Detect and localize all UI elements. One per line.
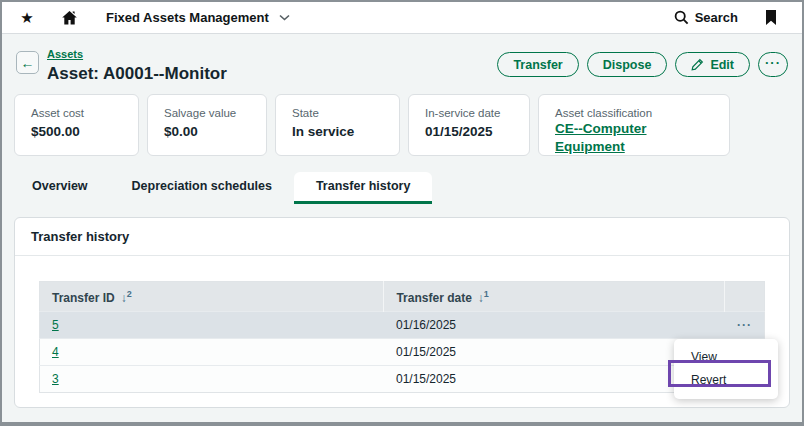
chevron-down-icon <box>279 14 290 21</box>
bookmark-button[interactable] <box>756 3 786 33</box>
app-switcher[interactable]: Fixed Assets Management <box>106 10 290 25</box>
dispose-button[interactable]: Dispose <box>587 52 668 77</box>
card-label: Salvage value <box>164 107 250 119</box>
tab-depreciation-schedules[interactable]: Depreciation schedules <box>110 172 294 204</box>
app-title: Fixed Assets Management <box>106 10 269 25</box>
top-bar: ★ Fixed Assets Management Search <box>2 2 802 34</box>
menu-item-revert[interactable]: Revert <box>674 369 778 392</box>
tab-overview[interactable]: Overview <box>10 172 110 204</box>
record-header: ← Assets Asset: A0001--Monitor Transfer … <box>2 34 802 90</box>
breadcrumb-assets-link[interactable]: Assets <box>47 48 83 60</box>
card-in-service-date: In-service date 01/15/2025 <box>408 94 530 156</box>
column-header-transfer-id[interactable]: Transfer ID↓2 <box>40 282 384 312</box>
favorites-button[interactable]: ★ <box>12 3 42 33</box>
sort-indicator: ↓1 <box>478 291 489 305</box>
card-asset-classification: Asset classification CE--Computer Equipm… <box>538 94 730 156</box>
row-actions-button[interactable]: ··· <box>737 318 752 332</box>
column-label: Transfer date <box>396 291 471 305</box>
table-row[interactable]: 4 01/15/2025 <box>40 339 765 366</box>
row-context-menu: View Revert <box>674 339 778 399</box>
app-window: ★ Fixed Assets Management Search <box>0 0 804 426</box>
table-header-row: Transfer ID↓2 Transfer date↓1 <box>40 282 765 312</box>
card-value: In service <box>292 124 383 139</box>
card-label: State <box>292 107 383 119</box>
bookmark-icon <box>765 10 777 25</box>
back-button[interactable]: ← <box>16 51 39 74</box>
ellipsis-icon: ··· <box>765 55 781 70</box>
transfer-date-cell: 01/16/2025 <box>384 312 725 339</box>
transfer-id-link[interactable]: 4 <box>52 345 59 359</box>
column-label: Transfer ID <box>52 291 115 305</box>
asset-classification-link[interactable]: CE--Computer Equipment <box>555 121 647 154</box>
card-label: Asset classification <box>555 107 713 119</box>
card-asset-cost: Asset cost $500.00 <box>14 94 139 156</box>
transfer-history-table: Transfer ID↓2 Transfer date↓1 5 01/16/20… <box>39 281 765 393</box>
tab-transfer-history[interactable]: Transfer history <box>294 172 432 204</box>
transfer-button-label: Transfer <box>513 58 562 72</box>
pencil-icon <box>691 58 704 71</box>
card-label: In-service date <box>425 107 513 119</box>
back-arrow-icon: ← <box>21 56 35 70</box>
menu-item-view[interactable]: View <box>674 346 778 369</box>
edit-button[interactable]: Edit <box>675 52 750 77</box>
sort-indicator: ↓2 <box>121 291 132 305</box>
transfer-button[interactable]: Transfer <box>497 52 578 77</box>
card-state: State In service <box>275 94 400 156</box>
table-row[interactable]: 3 01/15/2025 <box>40 366 765 393</box>
column-header-actions <box>725 282 765 312</box>
panel-title: Transfer history <box>31 229 129 244</box>
search-icon <box>674 10 689 25</box>
card-value: 01/15/2025 <box>425 124 513 139</box>
star-icon: ★ <box>20 10 33 25</box>
transfer-id-link[interactable]: 5 <box>52 318 59 332</box>
search-button[interactable]: Search <box>674 10 738 25</box>
home-icon <box>61 10 78 26</box>
tab-bar: Overview Depreciation schedules Transfer… <box>10 176 802 204</box>
panel-header: Transfer history <box>15 218 789 256</box>
summary-cards: Asset cost $500.00 Salvage value $0.00 S… <box>2 90 802 156</box>
edit-button-label: Edit <box>710 58 734 72</box>
table-row[interactable]: 5 01/16/2025 ··· <box>40 312 765 339</box>
card-salvage-value: Salvage value $0.00 <box>147 94 267 156</box>
card-value: $0.00 <box>164 124 250 139</box>
page-title: Asset: A0001--Monitor <box>47 64 227 84</box>
dispose-button-label: Dispose <box>603 58 652 72</box>
card-value: $500.00 <box>31 124 122 139</box>
transfer-id-link[interactable]: 3 <box>52 372 59 386</box>
column-header-transfer-date[interactable]: Transfer date↓1 <box>384 282 725 312</box>
home-button[interactable] <box>54 3 84 33</box>
more-actions-button[interactable]: ··· <box>758 52 788 77</box>
search-label: Search <box>695 10 738 25</box>
card-label: Asset cost <box>31 107 122 119</box>
